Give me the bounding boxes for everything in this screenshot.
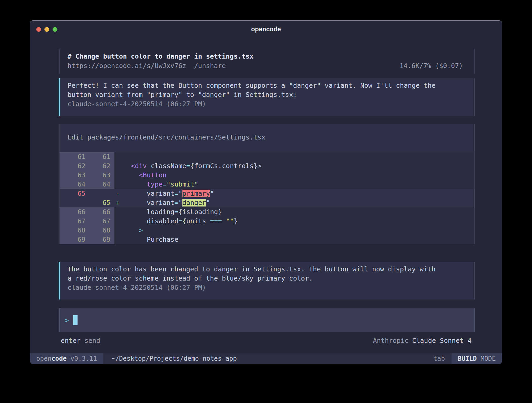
- code-token: ": [210, 190, 214, 197]
- code-token: =: [186, 162, 190, 170]
- diff-row: 6464 type="submit": [60, 180, 474, 189]
- message-text-line: button variant from "primary" to "danger…: [68, 90, 474, 99]
- message-text-line: Perfect! I can see that the Button compo…: [68, 81, 474, 90]
- code-line: loading={isLoading}: [123, 207, 222, 216]
- app-name-normal: open: [36, 355, 52, 362]
- code-token: primary: [182, 190, 210, 197]
- code-token: [123, 171, 139, 179]
- diff-row: 6666 loading={isLoading}: [60, 207, 474, 216]
- code-token: [222, 217, 226, 225]
- line-number-new: 64: [85, 180, 114, 189]
- diff-row: 6969 Purchase: [60, 235, 474, 244]
- line-number-new: 69: [85, 235, 114, 244]
- line-number-old: 61: [60, 152, 85, 161]
- code-line: variant="primary": [123, 189, 214, 198]
- hint-row: entersend AnthropicClaude Sonnet 4: [30, 336, 502, 345]
- line-number-old: 65: [60, 189, 85, 198]
- line-number-old: 64: [60, 180, 85, 189]
- status-bar: opencode v0.3.11 ~/Desktop/Projects/demo…: [30, 353, 502, 364]
- diff-row: 6262 <div className={formCs.controls}>: [60, 161, 474, 170]
- session-header: # Change button color to danger in setti…: [59, 49, 475, 74]
- code-token: ": [206, 199, 210, 206]
- diff-marker: [114, 235, 123, 244]
- code-token: =: [175, 190, 178, 197]
- code-token: =: [163, 180, 167, 188]
- edit-tool-block: Edit packages/frontend/src/containers/Se…: [59, 124, 475, 244]
- title-bar: opencode: [30, 21, 502, 36]
- code-token: className: [147, 162, 186, 170]
- assistant-message: The button color has been changed to dan…: [59, 262, 475, 299]
- edit-tool-title: Edit packages/frontend/src/containers/Se…: [60, 124, 474, 142]
- code-token: {isLoading}: [178, 208, 222, 216]
- diff-marker: [114, 170, 123, 180]
- code-token: <div: [131, 162, 147, 170]
- model-name: Claude Sonnet 4: [412, 337, 472, 344]
- unshare-command[interactable]: /unshare: [194, 62, 226, 70]
- app-version: v0.3.11: [70, 355, 97, 362]
- diff-marker: [114, 180, 123, 189]
- diff-view: 61616262 <div className={formCs.controls…: [60, 152, 474, 244]
- line-number-old: 67: [60, 216, 85, 226]
- provider-name: Anthropic: [373, 337, 408, 344]
- code-line: type="submit": [123, 180, 198, 189]
- mode-label-bold: BUILD: [458, 355, 477, 362]
- app-version-chip: opencode v0.3.11: [30, 353, 103, 364]
- line-number-old: 63: [60, 170, 85, 180]
- code-token: [123, 217, 147, 225]
- share-url[interactable]: https://opencode.ai/s/UwJxv76z: [68, 62, 186, 70]
- line-number-new: 66: [85, 207, 114, 216]
- diff-row: 65- variant="primary": [60, 189, 474, 198]
- code-token: [123, 190, 147, 197]
- code-token: disabled: [147, 217, 178, 225]
- code-token: [123, 236, 147, 243]
- mode-chip: BUILD MODE: [452, 353, 502, 364]
- code-token: }: [234, 217, 238, 225]
- app-window: opencode # Change button color to danger…: [30, 20, 502, 364]
- diff-marker: [114, 152, 123, 161]
- code-token: "submit": [167, 180, 198, 188]
- code-token: Purchase: [147, 236, 178, 243]
- diff-marker: [114, 161, 123, 170]
- code-token: =: [175, 199, 178, 206]
- message-meta: claude-sonnet-4-20250514 (06:27 PM): [68, 283, 474, 292]
- code-token: variant: [147, 199, 174, 206]
- code-token: loading: [147, 208, 174, 216]
- code-token: >: [139, 226, 143, 234]
- line-number-new: 63: [85, 170, 114, 180]
- code-line: disabled={units === ""}: [123, 216, 238, 226]
- code-token: [123, 226, 139, 234]
- line-number-new: 68: [85, 226, 114, 235]
- enter-key-hint: enter: [61, 337, 80, 344]
- code-token: "": [226, 217, 234, 225]
- tab-key-hint: tab: [433, 353, 445, 364]
- message-meta: claude-sonnet-4-20250514 (06:27 PM): [68, 99, 474, 109]
- code-line: <div className={formCs.controls}>: [123, 161, 262, 170]
- code-token: [123, 208, 147, 216]
- line-number-new: [85, 189, 114, 198]
- mode-label-rest: MODE: [477, 355, 496, 362]
- code-line: variant="danger": [123, 198, 210, 207]
- window-title: opencode: [30, 25, 502, 33]
- context-stats: 14.6K/7% ($0.07): [400, 61, 463, 71]
- line-number-old: 68: [60, 226, 85, 235]
- line-number-new: 65: [85, 198, 114, 207]
- diff-marker: +: [114, 198, 123, 207]
- code-line: <Button: [123, 170, 167, 180]
- code-token: {units: [182, 217, 210, 225]
- diff-marker: [114, 226, 123, 235]
- line-number-new: 62: [85, 161, 114, 170]
- line-number-old: 62: [60, 161, 85, 170]
- prompt-input[interactable]: >: [59, 308, 475, 332]
- line-number-old: 69: [60, 235, 85, 244]
- diff-marker: [114, 207, 123, 216]
- diff-row: 65+ variant="danger": [60, 198, 474, 207]
- prompt-symbol: >: [65, 317, 69, 324]
- diff-row: 6363 <Button: [60, 170, 474, 180]
- text-cursor: [73, 315, 78, 325]
- session-title: # Change button color to danger in setti…: [68, 52, 474, 61]
- code-token: ===: [210, 217, 222, 225]
- diff-row: 6161: [60, 152, 474, 161]
- code-token: danger: [182, 199, 206, 206]
- code-token: {formCs.controls}>: [190, 162, 262, 170]
- code-token: type: [147, 180, 162, 188]
